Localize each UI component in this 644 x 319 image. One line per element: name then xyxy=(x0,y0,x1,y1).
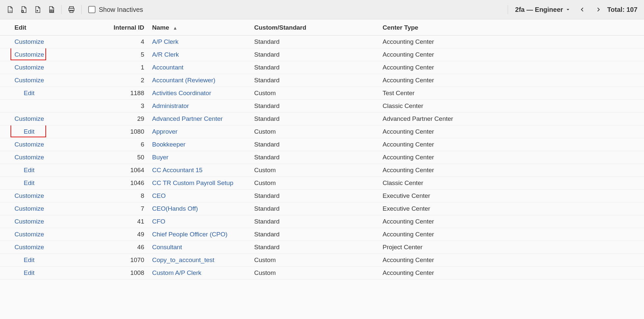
table-row: Customize41CFOStandardAccounting Center xyxy=(0,215,644,228)
col-header-center-type[interactable]: Center Type xyxy=(379,19,644,36)
cell-custom-standard: Standard xyxy=(250,100,379,113)
table-row: Customize49Chief People Officer (CPO)Sta… xyxy=(0,228,644,241)
role-name-link[interactable]: Chief People Officer (CPO) xyxy=(152,231,228,238)
table-row: Customize4A/P ClerkStandardAccounting Ce… xyxy=(0,36,644,48)
show-inactives-checkbox[interactable]: Show Inactives xyxy=(88,6,143,13)
cell-edit: Customize xyxy=(0,48,53,61)
edit-link[interactable]: Edit xyxy=(24,167,35,173)
show-inactives-label: Show Inactives xyxy=(99,6,143,13)
svg-rect-5 xyxy=(70,10,73,13)
customize-link[interactable]: Customize xyxy=(14,64,44,71)
cell-center-type: Test Center xyxy=(379,87,644,100)
cell-internal-id: 49 xyxy=(53,228,148,241)
cell-internal-id: 1188 xyxy=(53,87,148,100)
customize-link[interactable]: Customize xyxy=(14,154,44,161)
cell-internal-id: 50 xyxy=(53,151,148,164)
cell-edit: Customize xyxy=(0,202,53,215)
cell-custom-standard: Standard xyxy=(250,190,379,202)
edit-link[interactable]: Edit xyxy=(24,128,35,135)
cell-custom-standard: Custom xyxy=(250,267,379,279)
cell-custom-standard: Standard xyxy=(250,74,379,87)
edit-link[interactable]: Edit xyxy=(24,179,35,186)
sort-ascending-icon: ▲ xyxy=(173,25,177,31)
role-name-link[interactable]: Activities Coordinator xyxy=(152,90,211,96)
cell-center-type: Executive Center xyxy=(379,202,644,215)
table-row: Edit1070Copy_to_account_testCustomAccoun… xyxy=(0,254,644,267)
role-name-link[interactable]: Bookkeeper xyxy=(152,141,185,148)
checkbox-icon xyxy=(88,6,95,13)
cell-internal-id: 7 xyxy=(53,202,148,215)
toolbar: CSV Show Inactives 2fa — Engi xyxy=(0,0,644,19)
next-page-button[interactable] xyxy=(591,3,605,16)
customize-link[interactable]: Customize xyxy=(14,192,44,199)
customize-link[interactable]: Customize xyxy=(14,115,44,122)
role-name-link[interactable]: A/P Clerk xyxy=(152,38,178,45)
customize-link[interactable]: Customize xyxy=(14,77,44,84)
col-header-custom-standard[interactable]: Custom/Standard xyxy=(250,19,379,36)
col-header-name[interactable]: Name ▲ xyxy=(148,19,250,36)
cell-center-type: Accounting Center xyxy=(379,74,644,87)
col-header-name-label: Name xyxy=(152,24,169,31)
cell-internal-id: 1 xyxy=(53,61,148,74)
cell-name: Buyer xyxy=(148,151,250,164)
cell-internal-id: 29 xyxy=(53,113,148,125)
cell-internal-id: 46 xyxy=(53,241,148,254)
export-csv-icon[interactable]: CSV xyxy=(4,4,16,15)
role-name-link[interactable]: A/R Clerk xyxy=(152,51,179,58)
cell-name: Accountant (Reviewer) xyxy=(148,74,250,87)
table-row: Customize2Accountant (Reviewer)StandardA… xyxy=(0,74,644,87)
cell-edit: Edit xyxy=(0,254,53,267)
cell-name: Chief People Officer (CPO) xyxy=(148,228,250,241)
customize-link[interactable]: Customize xyxy=(14,205,44,212)
table-row: Edit1080ApproverCustomAccounting Center xyxy=(0,125,644,138)
role-name-link[interactable]: Advanced Partner Center xyxy=(152,115,223,122)
cell-center-type: Accounting Center xyxy=(379,61,644,74)
table-row: Customize6BookkeeperStandardAccounting C… xyxy=(0,138,644,151)
col-header-edit[interactable]: Edit xyxy=(0,19,53,36)
cell-edit: Edit xyxy=(0,267,53,279)
role-name-link[interactable]: CEO(Hands Off) xyxy=(152,205,198,212)
view-picker[interactable]: 2fa — Engineer xyxy=(512,5,574,15)
role-name-link[interactable]: Custom A/P Clerk xyxy=(152,269,201,276)
role-name-link[interactable]: Consultant xyxy=(152,244,182,251)
cell-custom-standard: Custom xyxy=(250,177,379,190)
customize-link[interactable]: Customize xyxy=(14,141,44,148)
customize-link[interactable]: Customize xyxy=(14,244,44,251)
chevron-down-icon xyxy=(566,7,570,12)
cell-internal-id: 1064 xyxy=(53,164,148,177)
cell-name: CFO xyxy=(148,215,250,228)
edit-link[interactable]: Edit xyxy=(24,269,35,276)
role-name-link[interactable]: Approver xyxy=(152,128,177,135)
cell-name: A/R Clerk xyxy=(148,48,250,61)
customize-link[interactable]: Customize xyxy=(14,38,44,45)
cell-name: CC TR Custom Payroll Setup xyxy=(148,177,250,190)
view-name: 2fa — Engineer xyxy=(515,6,563,13)
role-name-link[interactable]: Buyer xyxy=(152,154,169,161)
cell-center-type: Executive Center xyxy=(379,190,644,202)
role-name-link[interactable]: Accountant xyxy=(152,64,183,71)
cell-edit: Edit xyxy=(0,87,53,100)
role-name-link[interactable]: CFO xyxy=(152,218,165,225)
cell-center-type: Accounting Center xyxy=(379,138,644,151)
cell-edit: Customize xyxy=(0,241,53,254)
prev-page-button[interactable] xyxy=(576,3,589,16)
cell-custom-standard: Standard xyxy=(250,228,379,241)
edit-link[interactable]: Edit xyxy=(24,90,35,96)
role-name-link[interactable]: Accountant (Reviewer) xyxy=(152,77,215,84)
role-name-link[interactable]: CEO xyxy=(152,192,166,199)
export-sheet-icon[interactable] xyxy=(45,4,57,15)
customize-link[interactable]: Customize xyxy=(14,218,44,225)
customize-link[interactable]: Customize xyxy=(14,51,44,58)
customize-link[interactable]: Customize xyxy=(14,231,44,238)
col-header-internal-id[interactable]: Internal ID xyxy=(53,19,148,36)
role-name-link[interactable]: CC Accountant 15 xyxy=(152,167,202,173)
role-name-link[interactable]: CC TR Custom Payroll Setup xyxy=(152,179,233,186)
export-excel-icon[interactable] xyxy=(18,4,30,15)
table-row: Edit1008Custom A/P ClerkCustomAccounting… xyxy=(0,267,644,279)
cell-center-type: Classic Center xyxy=(379,100,644,113)
export-pdf-icon[interactable] xyxy=(32,4,43,15)
print-icon[interactable] xyxy=(66,4,77,15)
role-name-link[interactable]: Copy_to_account_test xyxy=(152,256,214,263)
role-name-link[interactable]: Administrator xyxy=(152,102,189,109)
edit-link[interactable]: Edit xyxy=(24,256,35,263)
